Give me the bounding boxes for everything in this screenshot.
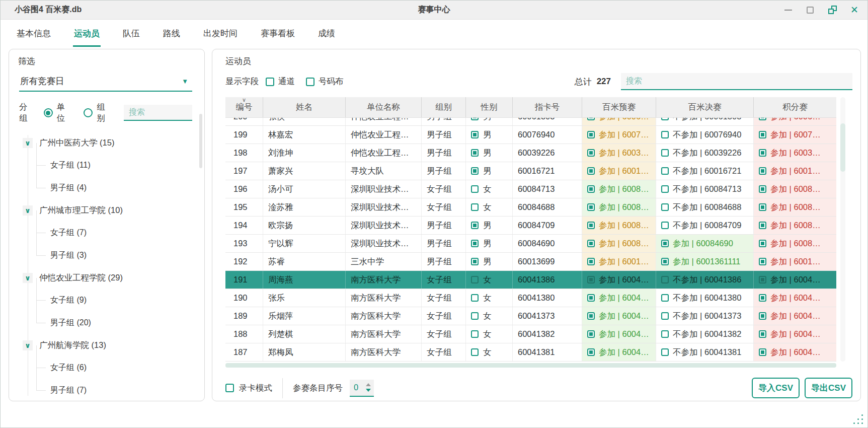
chevron-down-icon[interactable]: ∨ <box>23 273 33 283</box>
cell-points-checkbox[interactable] <box>759 131 766 138</box>
table-row[interactable]: 196汤小可深圳职业技术…女子组女60084713参加 | 6008…不参加 |… <box>225 180 836 198</box>
tab-7[interactable]: 成绩 <box>317 28 336 47</box>
table-row[interactable]: 192苏睿三水中学男子组男60013699参加 | 6001…参加 | 6001… <box>225 253 836 271</box>
field-checkbox-1[interactable] <box>266 78 274 86</box>
gender-checkbox[interactable] <box>471 258 479 265</box>
chevron-down-icon[interactable]: ∨ <box>23 138 33 148</box>
tab-6[interactable]: 赛事看板 <box>260 28 296 47</box>
table-row[interactable]: 187郑梅凤南方医科大学女子组女60041381参加 | 6004…不参加 | … <box>225 343 836 362</box>
cell-prelim-checkbox[interactable] <box>587 294 595 302</box>
cell-final-checkbox[interactable] <box>661 276 669 283</box>
gender-checkbox[interactable] <box>471 348 479 356</box>
cell-prelim-checkbox[interactable] <box>587 330 595 338</box>
import-csv-button[interactable]: 导入CSV <box>752 378 800 398</box>
table-row[interactable]: 200张侠仲恺农业工程…男子组男60061303参加 | 6006…不参加 | … <box>225 118 836 126</box>
tab-3[interactable]: 队伍 <box>122 28 141 47</box>
tree-node-group[interactable]: 男子组 (20) <box>18 312 199 334</box>
gender-checkbox[interactable] <box>471 330 479 338</box>
table-vertical-scrollbar[interactable] <box>840 97 845 362</box>
chevron-down-icon[interactable]: ∨ <box>23 205 33 216</box>
group-by-radio-2[interactable] <box>84 108 93 117</box>
table-row[interactable]: 193宁以辉深圳职业技术…男子组男60084690参加 | 6008…参加 | … <box>225 235 836 253</box>
table-row[interactable]: 194欧宗扬深圳职业技术…男子组男60084709参加 | 6008…不参加 |… <box>225 217 836 235</box>
entry-seq-stepper[interactable]: 0 <box>350 380 374 397</box>
record-mode-checkbox[interactable] <box>225 384 234 392</box>
cell-points-checkbox[interactable] <box>759 330 766 338</box>
cell-prelim-checkbox[interactable] <box>587 203 595 211</box>
cell-final-checkbox[interactable] <box>661 330 669 338</box>
cell-prelim-checkbox[interactable] <box>587 240 595 247</box>
cell-points-checkbox[interactable] <box>759 149 766 157</box>
cell-points-checkbox[interactable] <box>759 258 766 265</box>
cell-points-checkbox[interactable] <box>759 240 766 247</box>
cell-final-checkbox[interactable] <box>661 118 669 120</box>
cell-prelim-checkbox[interactable] <box>587 118 595 120</box>
gender-checkbox[interactable] <box>471 222 479 229</box>
cell-points-checkbox[interactable] <box>759 203 766 211</box>
maximize-button[interactable] <box>802 2 818 18</box>
cell-points-checkbox[interactable] <box>759 312 766 320</box>
cell-final-checkbox[interactable] <box>661 149 669 157</box>
gender-checkbox[interactable] <box>471 276 479 283</box>
cell-prelim-checkbox[interactable] <box>587 312 595 320</box>
competition-day-dropdown[interactable]: 所有竞赛日 ▼ <box>19 73 192 92</box>
cell-final-checkbox[interactable] <box>661 312 669 320</box>
column-header[interactable]: 编号∨ <box>225 97 263 117</box>
scrollbar-thumb[interactable] <box>840 123 845 172</box>
export-csv-button[interactable]: 导出CSV <box>805 378 852 398</box>
cell-final-checkbox[interactable] <box>661 203 669 211</box>
chevron-down-icon[interactable]: ∨ <box>23 340 33 350</box>
cell-prelim-checkbox[interactable] <box>587 276 595 283</box>
cell-final-checkbox[interactable] <box>661 185 669 193</box>
close-button[interactable]: ✕ <box>846 2 862 18</box>
cell-final-checkbox[interactable] <box>661 222 669 229</box>
stepper-up-icon[interactable] <box>366 383 371 386</box>
tree-node-group[interactable]: 男子组 (3) <box>18 244 199 267</box>
tree-scrollbar[interactable] <box>199 114 202 168</box>
cell-final-checkbox[interactable] <box>661 167 669 175</box>
gender-checkbox[interactable] <box>471 167 479 175</box>
table-row[interactable]: 199林嘉宏仲恺农业工程…男子组男60076940参加 | 6007…不参加 |… <box>225 126 836 144</box>
column-header[interactable]: 性别 <box>466 97 513 117</box>
column-header[interactable]: 百米预赛 <box>582 97 656 117</box>
tab-5[interactable]: 出发时间 <box>202 28 239 47</box>
gender-checkbox[interactable] <box>471 118 479 120</box>
table-row[interactable]: 190张乐南方医科大学女子组女60041380参加 | 6004…不参加 | 6… <box>225 289 836 307</box>
cell-final-checkbox[interactable] <box>661 348 669 356</box>
tab-4[interactable]: 路线 <box>162 28 181 47</box>
column-header[interactable]: 姓名 <box>263 97 346 117</box>
column-header[interactable]: 积分赛 <box>754 97 836 117</box>
column-header[interactable]: 百米决赛 <box>656 97 754 117</box>
gender-checkbox[interactable] <box>471 203 479 211</box>
cell-final-checkbox[interactable] <box>661 131 669 138</box>
column-header[interactable]: 单位名称 <box>346 97 422 117</box>
restore-button[interactable] <box>824 2 840 18</box>
field-checkbox-2[interactable] <box>306 78 314 86</box>
cell-prelim-checkbox[interactable] <box>587 185 595 193</box>
stepper-down-icon[interactable] <box>366 389 371 392</box>
tab-2[interactable]: 运动员 <box>73 28 101 47</box>
table-row[interactable]: 188列楚棋南方医科大学女子组女60041382参加 | 6004…不参加 | … <box>225 325 836 343</box>
column-header[interactable]: 指卡号 <box>513 97 582 117</box>
tree-search-input[interactable] <box>124 105 192 121</box>
gender-checkbox[interactable] <box>471 149 479 157</box>
table-horizontal-scrollbar[interactable] <box>225 363 836 368</box>
resize-grip-icon[interactable] <box>853 414 863 424</box>
cell-points-checkbox[interactable] <box>759 167 766 175</box>
gender-checkbox[interactable] <box>471 312 479 320</box>
table-row[interactable]: 197萧家兴寻坟大队男子组男60016721参加 | 6001…不参加 | 60… <box>225 162 836 180</box>
cell-points-checkbox[interactable] <box>759 294 766 302</box>
table-row[interactable]: 195淦苏雅深圳职业技术…女子组女60084688参加 | 6008…不参加 |… <box>225 198 836 217</box>
gender-checkbox[interactable] <box>471 131 479 138</box>
tree-node-group[interactable]: 男子组 (4) <box>18 177 199 199</box>
cell-points-checkbox[interactable] <box>759 276 766 283</box>
cell-prelim-checkbox[interactable] <box>587 222 595 229</box>
cell-prelim-checkbox[interactable] <box>587 149 595 157</box>
cell-points-checkbox[interactable] <box>759 348 766 356</box>
tab-1[interactable]: 基本信息 <box>16 28 52 47</box>
cell-prelim-checkbox[interactable] <box>587 131 595 138</box>
table-row[interactable]: 191周海燕南方医科大学女子组女60041386参加 | 6004…不参加 | … <box>225 271 836 289</box>
cell-final-checkbox[interactable] <box>661 258 669 265</box>
minimize-button[interactable] <box>780 2 796 18</box>
cell-final-checkbox[interactable] <box>661 294 669 302</box>
